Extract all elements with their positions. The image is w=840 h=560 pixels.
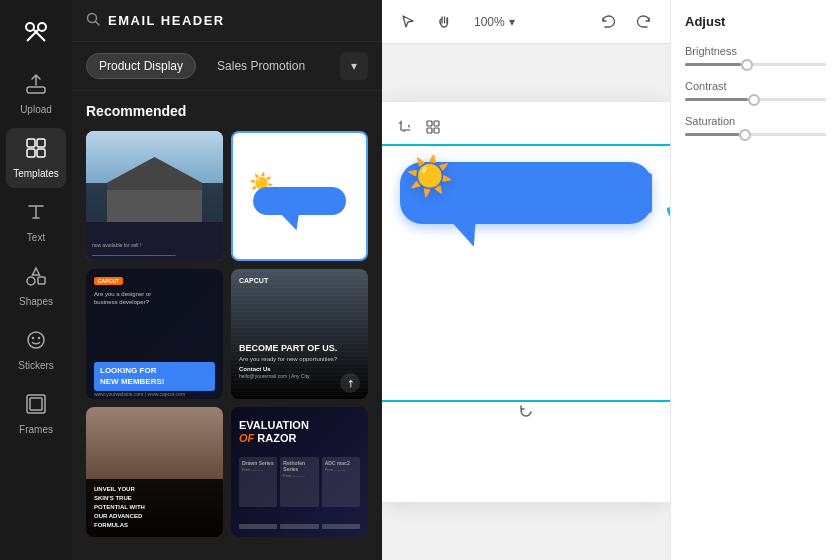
contrast-control: Contrast [685, 80, 826, 101]
sidebar-item-stickers[interactable]: Stickers [6, 320, 66, 380]
zoom-control[interactable]: 100% ▾ [466, 15, 523, 29]
svg-point-13 [32, 337, 34, 339]
chevron-down-icon: ▾ [351, 59, 357, 73]
saturation-label: Saturation [685, 115, 826, 127]
upload-icon [25, 73, 47, 100]
filter-tabs: Product Display Sales Promotion ▾ [72, 42, 382, 91]
filter-sales-promotion[interactable]: Sales Promotion [204, 53, 318, 79]
zoom-value: 100% [474, 15, 505, 29]
svg-rect-21 [427, 128, 432, 133]
rotate-handle[interactable] [516, 402, 536, 422]
saturation-control: Saturation [685, 115, 826, 136]
svg-rect-7 [37, 139, 45, 147]
sidebar-item-frames[interactable]: Frames [6, 384, 66, 444]
frames-icon [25, 393, 47, 420]
canvas-main: ☀️ [382, 44, 670, 560]
cursor-arrow [667, 184, 670, 243]
hand-tool-button[interactable] [430, 8, 458, 36]
canvas-inline-tools [394, 116, 444, 138]
templates-icon [25, 137, 47, 164]
sidebar-item-shapes-label: Shapes [19, 296, 53, 307]
filter-dropdown-button[interactable]: ▾ [340, 52, 368, 80]
search-bar [72, 0, 382, 42]
crop-button[interactable] [394, 116, 416, 138]
template-card-5[interactable]: UNVEIL YOURSKIN'S TRUEPOTENTIAL WITHOUR … [86, 407, 223, 537]
template-card-2[interactable]: ☀️ [231, 131, 368, 261]
sidebar-item-stickers-label: Stickers [18, 360, 54, 371]
grid-button[interactable] [422, 116, 444, 138]
template-card-1[interactable]: now available for sell ! _______________… [86, 131, 223, 261]
svg-rect-9 [37, 149, 45, 157]
sidebar-item-frames-label: Frames [19, 424, 53, 435]
svg-rect-11 [38, 277, 45, 284]
canvas-document: ☀️ [382, 102, 670, 502]
svg-rect-16 [30, 398, 42, 410]
sidebar-item-upload-label: Upload [20, 104, 52, 115]
template-card-4[interactable]: CAPCUT BECOME PART OF US. Are you ready … [231, 269, 368, 399]
templates-panel: Product Display Sales Promotion ▾ Recomm… [72, 0, 382, 560]
svg-rect-20 [434, 121, 439, 126]
section-title: Recommended [86, 103, 368, 119]
brightness-slider-thumb[interactable] [741, 59, 753, 71]
sidebar-item-shapes[interactable]: Shapes [6, 256, 66, 316]
text-icon [25, 201, 47, 228]
svg-point-14 [38, 337, 40, 339]
svg-point-10 [27, 277, 35, 285]
contrast-slider-track[interactable] [685, 98, 826, 101]
sidebar-item-templates[interactable]: Templates [6, 128, 66, 188]
svg-rect-22 [434, 128, 439, 133]
sidebar-item-text-label: Text [27, 232, 45, 243]
svg-marker-23 [667, 187, 670, 239]
adjust-panel: Adjust Brightness Contrast Saturation [670, 0, 840, 560]
panel-content: Recommended now available for sell ! ___… [72, 91, 382, 560]
sidebar-item-upload[interactable]: Upload [6, 64, 66, 124]
svg-rect-6 [27, 139, 35, 147]
canvas-toolbar: 100% ▾ [382, 0, 670, 44]
guide-line-top [382, 144, 670, 146]
brightness-label: Brightness [685, 45, 826, 57]
sidebar-item-templates-label: Templates [13, 168, 59, 179]
undo-button[interactable] [594, 8, 622, 36]
resize-handle[interactable] [646, 173, 652, 213]
contrast-slider-thumb[interactable] [748, 94, 760, 106]
filter-product-display[interactable]: Product Display [86, 53, 196, 79]
template-grid: now available for sell ! _______________… [86, 131, 368, 537]
saturation-slider-track[interactable] [685, 133, 826, 136]
shapes-icon [25, 265, 47, 292]
chevron-down-icon: ▾ [509, 15, 515, 29]
template-card-3[interactable]: CAPCUT Are you a designer orbusiness dev… [86, 269, 223, 399]
select-tool-button[interactable] [394, 8, 422, 36]
adjust-title: Adjust [685, 14, 826, 29]
svg-rect-8 [27, 149, 35, 157]
contrast-label: Contrast [685, 80, 826, 92]
sidebar-item-text[interactable]: Text [6, 192, 66, 252]
brightness-slider-track[interactable] [685, 63, 826, 66]
sidebar: Upload Templates Text S [0, 0, 72, 560]
redo-button[interactable] [630, 8, 658, 36]
svg-point-12 [28, 332, 44, 348]
app-logo [16, 12, 56, 52]
saturation-slider-thumb[interactable] [739, 129, 751, 141]
stickers-icon [25, 329, 47, 356]
svg-rect-19 [427, 121, 432, 126]
search-icon [86, 12, 100, 29]
brightness-control: Brightness [685, 45, 826, 66]
search-input[interactable] [108, 13, 368, 28]
svg-rect-5 [27, 87, 45, 93]
canvas-area: 100% ▾ [382, 0, 670, 560]
svg-line-18 [96, 22, 100, 26]
template-card-6[interactable]: EVALUATIONOF RAZOR Drawn Series Free ———… [231, 407, 368, 537]
